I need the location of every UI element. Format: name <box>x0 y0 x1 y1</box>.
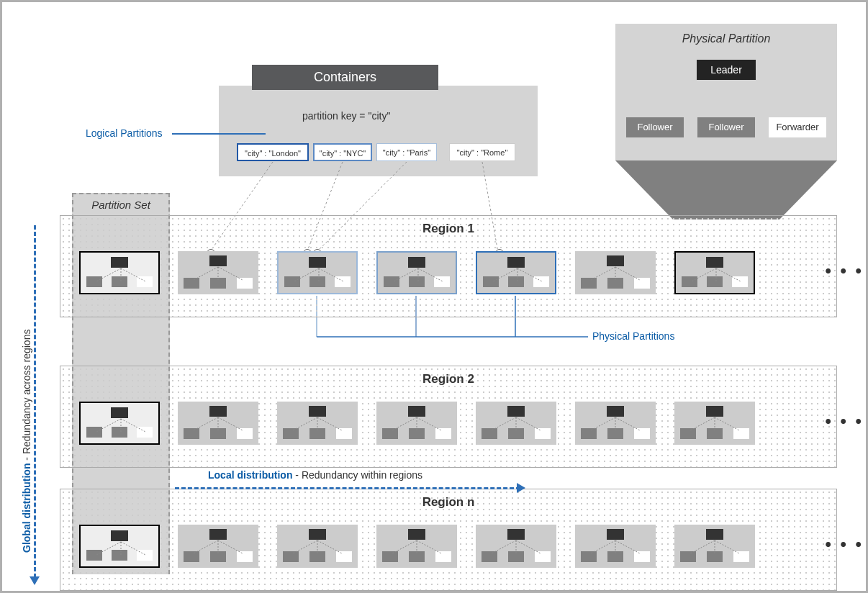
global-distribution-label: Global distribution - Redundancy across … <box>21 330 32 553</box>
physical-partition-mini <box>79 402 160 445</box>
region-title: Region 1 <box>60 222 836 236</box>
city-box-rome: "city" : "Rome" <box>449 143 515 161</box>
physical-partition-mini <box>674 402 755 445</box>
mini-arrows <box>376 525 457 568</box>
physical-partition-mini <box>674 525 755 568</box>
local-distribution-label: Local distribution - Redundancy within r… <box>208 469 422 481</box>
mini-arrows <box>575 525 656 568</box>
physical-partition-mini <box>575 525 656 568</box>
physical-partition-mini <box>376 402 457 445</box>
svg-line-49 <box>417 417 441 430</box>
partition-set-label: Partition Set <box>73 199 168 211</box>
leader-box: Leader <box>697 60 756 80</box>
mini-arrows <box>279 253 359 296</box>
region-title: Region 2 <box>60 372 836 386</box>
svg-line-22 <box>218 267 243 280</box>
physical-partition-mini <box>178 402 258 445</box>
svg-line-17 <box>96 268 121 281</box>
svg-line-26 <box>394 268 418 281</box>
svg-line-35 <box>692 268 716 281</box>
svg-line-55 <box>615 417 640 430</box>
svg-line-62 <box>194 540 218 553</box>
svg-line-56 <box>690 417 715 430</box>
ellipsis-icon: • • • <box>825 411 864 431</box>
physical-partition-mini <box>376 525 457 568</box>
mini-arrows <box>178 525 258 568</box>
svg-line-31 <box>517 268 542 281</box>
physical-partition-mini <box>178 251 258 294</box>
physical-partition-card: Physical Partition Leader Follower Follo… <box>615 24 837 160</box>
svg-line-58 <box>715 417 739 430</box>
svg-line-77 <box>690 540 715 553</box>
local-distribution-rest: - Redundancy within regions <box>295 469 422 481</box>
logical-partitions-label: Logical Partitions <box>86 127 163 139</box>
svg-line-65 <box>293 540 317 553</box>
svg-line-67 <box>317 540 342 553</box>
svg-line-37 <box>716 268 741 281</box>
svg-line-46 <box>317 417 342 430</box>
svg-line-28 <box>418 268 443 281</box>
physical-partition-mini <box>277 402 358 445</box>
svg-line-74 <box>591 540 615 553</box>
physical-partition-mini <box>476 402 556 445</box>
physical-partition-mini <box>376 251 457 294</box>
local-distribution-arrow-line <box>175 487 520 489</box>
svg-line-50 <box>492 417 516 430</box>
physical-partitions-label: Physical Partitions <box>592 330 674 342</box>
svg-line-23 <box>294 268 319 281</box>
local-distribution-bold: Local distribution <box>208 469 292 481</box>
region-title: Region n <box>60 495 836 510</box>
svg-line-53 <box>591 417 615 430</box>
mini-arrows <box>575 251 656 294</box>
physical-partition-mini <box>79 525 160 568</box>
mini-arrows <box>674 402 755 445</box>
svg-line-52 <box>516 417 541 430</box>
physical-partition-mini <box>277 251 358 294</box>
svg-line-29 <box>493 268 517 281</box>
follower-box: Follower <box>626 117 684 137</box>
svg-line-20 <box>194 267 218 280</box>
svg-line-64 <box>218 540 243 553</box>
svg-line-47 <box>392 417 417 430</box>
partition-key-label: partition key = "city" <box>302 110 390 122</box>
mini-arrows <box>378 253 458 296</box>
global-distribution-rest: - Redundancy across regions <box>21 330 32 461</box>
city-box-london: "city" : "London" <box>237 143 309 161</box>
physical-partition-mini <box>674 251 755 294</box>
mini-arrows <box>674 525 755 568</box>
forwarder-box: Forwarder <box>769 117 826 137</box>
physical-partition-mini <box>178 525 258 568</box>
city-box-nyc: "city" : "NYC" <box>313 143 372 161</box>
global-distribution-arrow-line <box>34 225 36 578</box>
mini-arrows <box>676 253 756 296</box>
svg-line-40 <box>121 419 145 432</box>
svg-line-25 <box>319 268 343 281</box>
ellipsis-icon: • • • <box>825 534 864 554</box>
global-distribution-bold: Global distribution <box>21 463 32 553</box>
physical-partition-mini <box>575 251 656 294</box>
physical-partition-mini <box>277 525 358 568</box>
containers-title: Containers <box>252 65 438 90</box>
mini-arrows <box>81 526 161 569</box>
mini-arrows <box>178 402 258 445</box>
svg-line-71 <box>492 540 516 553</box>
mini-arrows <box>81 403 161 446</box>
mini-arrows <box>477 253 558 296</box>
svg-line-70 <box>417 540 441 553</box>
mini-arrows <box>81 253 161 296</box>
mini-arrows <box>476 525 556 568</box>
diagram-frame: Containers partition key = "city" Logica… <box>0 0 868 593</box>
mini-arrows <box>277 525 358 568</box>
mini-arrows <box>575 402 656 445</box>
mini-arrows <box>277 402 358 445</box>
mini-arrows <box>476 402 556 445</box>
local-distribution-arrow-head <box>517 483 525 493</box>
physical-partition-mini <box>575 402 656 445</box>
svg-line-19 <box>121 268 145 281</box>
svg-line-76 <box>615 540 640 553</box>
svg-line-73 <box>516 540 541 553</box>
physical-partition-mini <box>476 525 556 568</box>
containers-card <box>219 86 538 176</box>
svg-line-68 <box>392 540 417 553</box>
follower-box: Follower <box>697 117 755 137</box>
